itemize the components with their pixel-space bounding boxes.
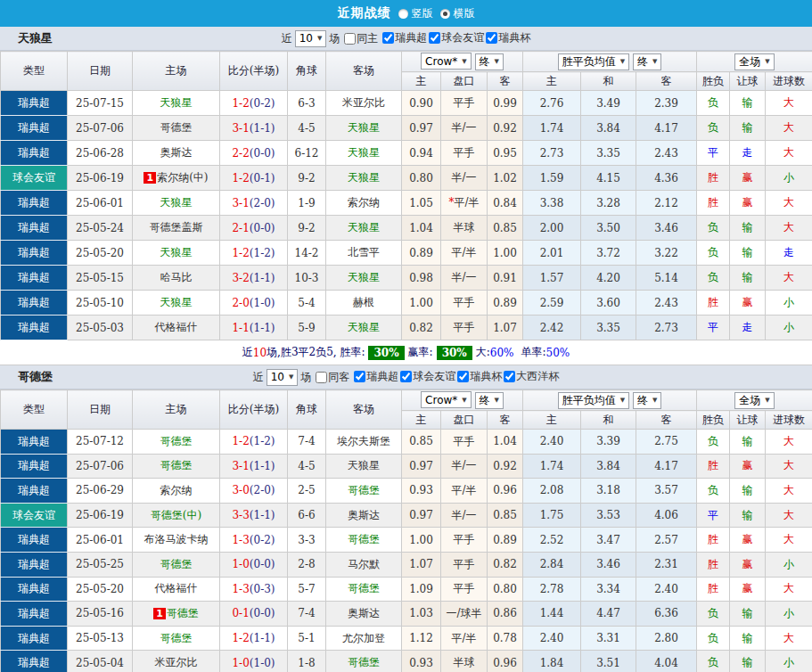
match-count-select[interactable]: 10▼ xyxy=(267,369,299,386)
single-value: 50% xyxy=(546,347,570,359)
home-team-name: 哥德堡盖斯 xyxy=(150,221,203,234)
radio-icon[interactable] xyxy=(440,9,450,19)
result-wdl: 负 xyxy=(697,116,730,141)
fulltime-select[interactable]: 全场▼ xyxy=(734,53,774,70)
league-checkbox[interactable] xyxy=(486,32,497,44)
corner-score: 4-5 xyxy=(288,454,326,479)
radio-label-horizontal[interactable]: 横版 xyxy=(454,6,475,21)
result-wdl: 负 xyxy=(697,216,730,241)
mean-draw-value: 3.49 xyxy=(581,91,636,116)
match-count-select[interactable]: 10▼ xyxy=(295,30,327,47)
mean-final-select[interactable]: 终▼ xyxy=(633,53,661,70)
odds-final-select[interactable]: 终▼ xyxy=(475,53,504,70)
summary-record: 场,胜3平2负5, 胜率: xyxy=(267,345,365,360)
same-venue-checkbox[interactable] xyxy=(316,372,327,383)
league-filter[interactable]: 瑞典超 xyxy=(381,30,427,45)
odds-away-value: 0.96 xyxy=(488,479,523,504)
chevron-down-icon: ▼ xyxy=(652,397,657,404)
col-mean-draw: 和 xyxy=(581,411,636,430)
mean-home-value: 2.73 xyxy=(523,141,581,166)
away-team: 马尔默 xyxy=(326,552,402,577)
fulltime-score: 1-2 xyxy=(232,435,249,447)
mean-away-value: 4.04 xyxy=(636,651,697,672)
league-checkbox[interactable] xyxy=(354,371,365,382)
mean-away-value: 5.14 xyxy=(636,266,697,291)
result-handicap: 输 xyxy=(730,266,766,291)
fulltime-score: 1-0 xyxy=(232,558,249,570)
chevron-down-icon: ▼ xyxy=(620,397,625,404)
fulltime-select[interactable]: 全场▼ xyxy=(734,392,774,409)
match-row: 瑞典超 25-07-06 哥德堡 3-1(1-1) 4-5 天狼星 0.97 半… xyxy=(1,116,812,141)
match-row: 瑞典超 25-07-12 哥德堡 1-2(1-2) 7-4 埃尔夫斯堡 0.85… xyxy=(1,430,812,455)
odds-away-value: 0.91 xyxy=(488,266,523,291)
league-filter[interactable]: 瑞典杯 xyxy=(484,30,530,45)
fulltime-score: 1-3 xyxy=(232,534,249,546)
league-checkbox[interactable] xyxy=(400,371,412,382)
match-row: 瑞典超 25-05-25 哥德堡 1-0(0-0) 2-8 马尔默 1.07 平… xyxy=(1,552,812,577)
away-team: 尤尔加登 xyxy=(326,626,402,651)
layout-radio-vertical[interactable]: 竖版 xyxy=(398,6,433,21)
league-badge: 瑞典超 xyxy=(1,479,68,504)
league-filter[interactable]: 球会友谊 xyxy=(427,30,484,45)
odds-away-value: 0.95 xyxy=(488,141,523,166)
result-handicap: 赢 xyxy=(730,454,766,479)
same-venue-filter[interactable]: 同主 xyxy=(342,31,378,46)
result-goals: 大 xyxy=(766,116,812,141)
home-team-name: 哥德堡(中) xyxy=(151,509,201,521)
radio-label-vertical[interactable]: 竖版 xyxy=(412,6,433,21)
mean-home-value: 1.74 xyxy=(523,454,581,479)
mean-away-value: 3.57 xyxy=(636,479,697,504)
mean-select[interactable]: 胜平负均值▼ xyxy=(558,392,629,409)
league-checkbox[interactable] xyxy=(382,32,394,44)
handicap-text: 平/半 xyxy=(451,632,476,644)
same-venue-checkbox[interactable] xyxy=(344,33,356,45)
same-venue-filter[interactable]: 同客 xyxy=(314,370,349,385)
result-wdl: 胜 xyxy=(697,166,730,191)
odds-away-value: 0.84 xyxy=(488,191,523,216)
result-handicap: 输 xyxy=(730,503,766,528)
home-team: 1哥德堡 xyxy=(133,602,220,627)
away-team-name: 北雪平 xyxy=(348,246,380,258)
odds-final-select[interactable]: 终▼ xyxy=(475,392,504,409)
handicap-text: 半/一 xyxy=(451,271,476,283)
match-row: 瑞典超 25-05-16 1哥德堡 0-1(0-0) 7-4 奥斯达 1.03 … xyxy=(1,602,812,627)
mean-draw-value: 3.51 xyxy=(581,651,636,672)
odds-source-select[interactable]: Crow*▼ xyxy=(421,53,472,70)
result-wdl: 平 xyxy=(697,316,730,340)
league-checkbox[interactable] xyxy=(429,32,440,44)
mean-select[interactable]: 胜平负均值▼ xyxy=(558,53,629,70)
home-team: 代格福什 xyxy=(133,316,220,340)
handicap-value: 半/一 xyxy=(441,166,488,191)
corner-score: 2-5 xyxy=(288,479,326,504)
mean-final-select[interactable]: 终▼ xyxy=(633,392,661,409)
mean-home-value: 2.42 xyxy=(523,316,581,340)
handicap-value: 平手 xyxy=(441,528,488,553)
result-goals: 大 xyxy=(766,91,812,116)
match-score: 0-1(0-0) xyxy=(220,602,288,627)
layout-radio-horizontal[interactable]: 横版 xyxy=(440,6,475,21)
result-handicap: 输 xyxy=(730,626,766,651)
corner-score: 6-12 xyxy=(288,141,326,166)
mean-draw-value: 4.47 xyxy=(581,602,636,627)
fulltime-score: 3-3 xyxy=(232,509,249,521)
handicap-value: 平/半 xyxy=(441,626,488,651)
match-score: 1-0(0-0) xyxy=(220,552,288,577)
league-checkbox[interactable] xyxy=(457,371,469,382)
league-filter[interactable]: 球会友谊 xyxy=(398,369,455,384)
radio-icon[interactable] xyxy=(398,9,408,19)
red-card-badge: 1 xyxy=(153,608,166,619)
fulltime-score: 3-1 xyxy=(232,122,249,135)
handicap-text: 平手 xyxy=(454,296,475,308)
league-filters: 瑞典超球会友谊瑞典杯大西洋杯 xyxy=(352,369,559,385)
league-filter[interactable]: 大西洋杯 xyxy=(502,369,559,384)
league-checkbox[interactable] xyxy=(504,371,515,382)
league-filter[interactable]: 瑞典超 xyxy=(352,369,398,384)
match-date: 25-06-19 xyxy=(68,503,133,528)
odds-source-select[interactable]: Crow*▼ xyxy=(421,391,472,408)
away-team-name: 天狼星 xyxy=(348,271,380,283)
result-goals: 大 xyxy=(766,216,812,241)
result-goals: 大 xyxy=(766,528,812,553)
away-team-name: 索尔纳 xyxy=(348,196,380,209)
league-filter[interactable]: 瑞典杯 xyxy=(455,369,502,384)
handicap-value: 一/球半 xyxy=(441,602,488,627)
